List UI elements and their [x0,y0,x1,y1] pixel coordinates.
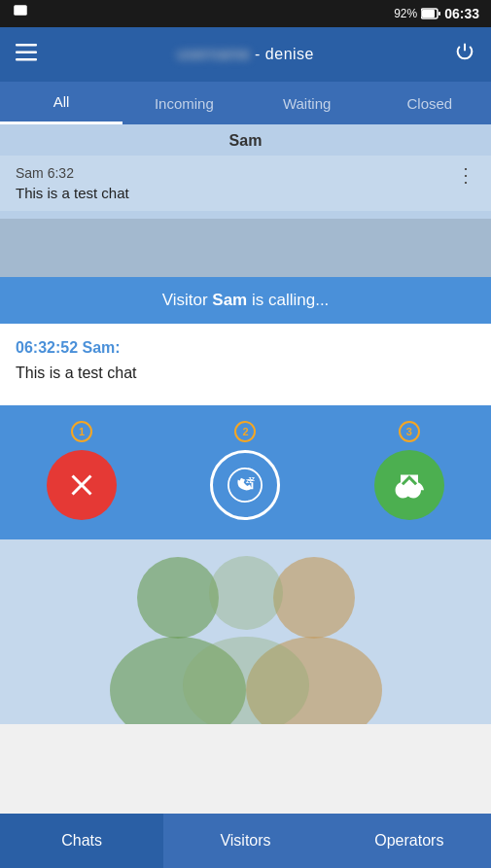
power-icon[interactable] [454,42,475,68]
chat-section: Sam Sam 6:32 This is a test chat ⋮ [0,124,491,219]
svg-rect-0 [14,5,27,16]
svg-text:zz: zz [249,475,255,482]
accept-icon [392,468,427,503]
tab-closed[interactable]: Closed [368,82,491,124]
svg-point-14 [209,556,283,630]
svg-rect-3 [438,12,440,16]
status-icons: 92% 06:33 [394,6,479,21]
svg-point-10 [137,557,219,639]
svg-rect-6 [16,58,37,61]
bottom-nav-operators[interactable]: Operators [328,814,491,868]
hamburger-menu-icon[interactable] [16,44,37,66]
bottom-nav-visitors[interactable]: Visitors [163,814,327,868]
status-bar: 92% 06:33 [0,0,491,27]
svg-point-12 [273,557,355,639]
call-header: Visitor Sam is calling... [0,277,491,324]
call-timestamp: 06:32:52 Sam: [16,339,475,357]
svg-rect-2 [422,10,435,17]
status-time: 06:33 [444,6,479,21]
decline-icon [64,468,99,503]
call-modal: Visitor Sam is calling... 06:32:52 Sam: … [0,277,491,539]
header-title: username - denise [177,46,314,63]
tab-all[interactable]: All [0,82,123,124]
chat-section-title: Sam [0,124,491,156]
snooze-button[interactable]: zz zz [210,450,280,520]
bottom-nav-chats[interactable]: Chats [0,814,163,868]
call-header-text: Visitor Sam is calling... [162,291,330,309]
decline-number: 1 [71,421,92,442]
chat-options-icon[interactable]: ⋮ [456,165,475,185]
accept-number: 3 [399,421,420,442]
avatar-area [0,539,491,724]
call-body-message: This is a test chat [16,365,475,382]
battery-text: 92% [394,7,417,20]
chat-message: This is a test chat [16,185,129,201]
accept-button[interactable] [374,450,444,520]
avatar-illustration [90,539,402,724]
bottom-nav: Chats Visitors Operators [0,814,491,868]
tab-waiting[interactable]: Waiting [246,82,368,124]
notification-icon [12,3,29,20]
decline-button[interactable] [47,450,117,520]
snooze-number: 2 [234,421,256,442]
battery-icon [421,8,440,19]
svg-rect-5 [16,51,37,53]
svg-rect-4 [16,44,37,47]
snooze-wrapper: 2 zz zz [210,421,280,520]
dim-overlay [0,219,491,277]
tab-bar: All Incoming Waiting Closed [0,82,491,124]
chat-sender: Sam 6:32 [16,165,129,181]
chat-list-item[interactable]: Sam 6:32 This is a test chat ⋮ [0,156,491,211]
tab-incoming[interactable]: Incoming [123,82,245,124]
accept-wrapper: 3 [374,421,444,520]
decline-wrapper: 1 [47,421,117,520]
snooze-phone-icon: zz zz [228,468,263,503]
call-body: 06:32:52 Sam: This is a test chat [0,324,491,405]
header: username - denise [0,27,491,82]
call-actions: 1 2 zz zz 3 [0,405,491,539]
